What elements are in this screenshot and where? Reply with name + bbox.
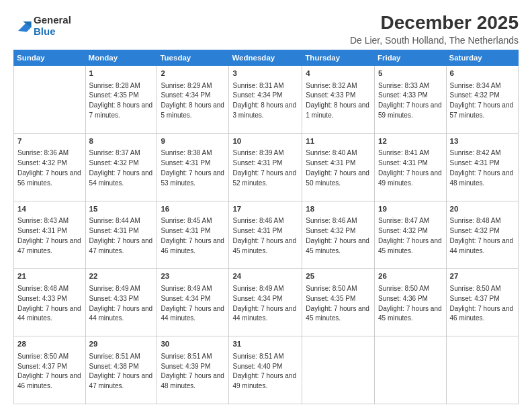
table-row: 30Sunrise: 8:51 AMSunset: 4:39 PMDayligh… [157, 336, 229, 404]
table-row: 18Sunrise: 8:46 AMSunset: 4:32 PMDayligh… [302, 201, 375, 269]
header-saturday: Saturday [446, 50, 518, 66]
cell-text: Sunrise: 8:31 AMSunset: 4:34 PMDaylight:… [232, 82, 296, 119]
day-number: 15 [89, 204, 154, 215]
day-number: 12 [378, 136, 443, 147]
table-row: 6Sunrise: 8:34 AMSunset: 4:32 PMDaylight… [446, 66, 518, 134]
cell-text: Sunrise: 8:50 AMSunset: 4:36 PMDaylight:… [378, 285, 442, 322]
header-monday: Monday [85, 50, 157, 66]
day-number: 16 [161, 204, 225, 215]
cell-text: Sunrise: 8:32 AMSunset: 4:33 PMDaylight:… [306, 82, 369, 119]
cell-text: Sunrise: 8:50 AMSunset: 4:37 PMDaylight:… [17, 353, 81, 390]
day-number: 24 [232, 271, 298, 282]
table-row: 13Sunrise: 8:42 AMSunset: 4:31 PMDayligh… [446, 133, 518, 201]
header-friday: Friday [375, 50, 447, 66]
table-row: 16Sunrise: 8:45 AMSunset: 4:31 PMDayligh… [157, 201, 229, 269]
cell-text: Sunrise: 8:46 AMSunset: 4:32 PMDaylight:… [306, 217, 369, 254]
cell-text: Sunrise: 8:36 AMSunset: 4:32 PMDaylight:… [17, 149, 81, 186]
day-number: 9 [161, 136, 225, 147]
table-row: 9Sunrise: 8:38 AMSunset: 4:31 PMDaylight… [157, 133, 229, 201]
day-number: 23 [161, 271, 225, 282]
table-row [302, 336, 375, 404]
table-row: 29Sunrise: 8:51 AMSunset: 4:38 PMDayligh… [85, 336, 157, 404]
day-number: 1 [89, 68, 154, 79]
cell-text: Sunrise: 8:51 AMSunset: 4:38 PMDaylight:… [89, 353, 153, 390]
header-wednesday: Wednesday [229, 50, 302, 66]
cell-text: Sunrise: 8:44 AMSunset: 4:31 PMDaylight:… [89, 217, 153, 254]
cell-text: Sunrise: 8:48 AMSunset: 4:32 PMDaylight:… [450, 217, 514, 254]
cell-text: Sunrise: 8:50 AMSunset: 4:35 PMDaylight:… [306, 285, 369, 322]
table-row: 15Sunrise: 8:44 AMSunset: 4:31 PMDayligh… [85, 201, 157, 269]
cell-text: Sunrise: 8:49 AMSunset: 4:34 PMDaylight:… [161, 285, 224, 322]
calendar-header-row: Sunday Monday Tuesday Wednesday Thursday… [14, 50, 519, 66]
day-number: 20 [450, 204, 515, 215]
table-row: 7Sunrise: 8:36 AMSunset: 4:32 PMDaylight… [14, 133, 86, 201]
day-number: 31 [232, 339, 298, 350]
table-row: 28Sunrise: 8:50 AMSunset: 4:37 PMDayligh… [14, 336, 86, 404]
day-number: 11 [306, 136, 371, 147]
cell-text: Sunrise: 8:33 AMSunset: 4:33 PMDaylight:… [378, 82, 442, 119]
table-row: 17Sunrise: 8:46 AMSunset: 4:31 PMDayligh… [229, 201, 302, 269]
cell-text: Sunrise: 8:51 AMSunset: 4:40 PMDaylight:… [232, 353, 296, 390]
day-number: 28 [17, 339, 82, 350]
cell-text: Sunrise: 8:29 AMSunset: 4:34 PMDaylight:… [161, 82, 224, 119]
table-row: 11Sunrise: 8:40 AMSunset: 4:31 PMDayligh… [302, 133, 375, 201]
subtitle: De Lier, South Holland, The Netherlands [350, 35, 519, 46]
table-row: 4Sunrise: 8:32 AMSunset: 4:33 PMDaylight… [302, 66, 375, 134]
day-number: 27 [450, 271, 515, 282]
table-row: 5Sunrise: 8:33 AMSunset: 4:33 PMDaylight… [375, 66, 447, 134]
cell-text: Sunrise: 8:28 AMSunset: 4:35 PMDaylight:… [89, 82, 153, 119]
day-number: 29 [89, 339, 154, 350]
calendar-week-4: 21Sunrise: 8:48 AMSunset: 4:33 PMDayligh… [14, 269, 519, 336]
logo-text: General Blue [34, 15, 71, 37]
day-number: 13 [450, 136, 515, 147]
cell-text: Sunrise: 8:39 AMSunset: 4:31 PMDaylight:… [232, 149, 296, 186]
table-row: 19Sunrise: 8:47 AMSunset: 4:32 PMDayligh… [375, 201, 447, 269]
table-row [375, 336, 447, 404]
calendar-week-2: 7Sunrise: 8:36 AMSunset: 4:32 PMDaylight… [14, 133, 519, 201]
table-row: 24Sunrise: 8:49 AMSunset: 4:34 PMDayligh… [229, 269, 302, 336]
logo-icon [13, 17, 32, 36]
day-number: 6 [450, 68, 515, 79]
table-row: 14Sunrise: 8:43 AMSunset: 4:31 PMDayligh… [14, 201, 86, 269]
day-number: 5 [378, 68, 443, 79]
table-row: 27Sunrise: 8:50 AMSunset: 4:37 PMDayligh… [446, 269, 518, 336]
table-row: 25Sunrise: 8:50 AMSunset: 4:35 PMDayligh… [302, 269, 375, 336]
table-row: 31Sunrise: 8:51 AMSunset: 4:40 PMDayligh… [229, 336, 302, 404]
cell-text: Sunrise: 8:50 AMSunset: 4:37 PMDaylight:… [450, 285, 514, 322]
table-row: 10Sunrise: 8:39 AMSunset: 4:31 PMDayligh… [229, 133, 302, 201]
cell-text: Sunrise: 8:47 AMSunset: 4:32 PMDaylight:… [378, 217, 442, 254]
table-row: 1Sunrise: 8:28 AMSunset: 4:35 PMDaylight… [85, 66, 157, 134]
day-number: 7 [17, 136, 82, 147]
day-number: 18 [306, 204, 371, 215]
header: General Blue December 2025 De Lier, Sout… [13, 12, 519, 46]
cell-text: Sunrise: 8:51 AMSunset: 4:39 PMDaylight:… [161, 353, 224, 390]
day-number: 26 [378, 271, 443, 282]
table-row: 3Sunrise: 8:31 AMSunset: 4:34 PMDaylight… [229, 66, 302, 134]
logo-general-text: General [34, 15, 71, 26]
table-row [446, 336, 518, 404]
table-row: 26Sunrise: 8:50 AMSunset: 4:36 PMDayligh… [375, 269, 447, 336]
title-block: December 2025 De Lier, South Holland, Th… [350, 12, 519, 46]
table-row: 20Sunrise: 8:48 AMSunset: 4:32 PMDayligh… [446, 201, 518, 269]
header-thursday: Thursday [302, 50, 375, 66]
day-number: 21 [17, 271, 82, 282]
day-number: 2 [161, 68, 225, 79]
page: General Blue December 2025 De Lier, Sout… [0, 0, 532, 411]
table-row: 12Sunrise: 8:41 AMSunset: 4:31 PMDayligh… [375, 133, 447, 201]
calendar-week-1: 1Sunrise: 8:28 AMSunset: 4:35 PMDaylight… [14, 66, 519, 134]
cell-text: Sunrise: 8:46 AMSunset: 4:31 PMDaylight:… [232, 217, 296, 254]
day-number: 14 [17, 204, 82, 215]
calendar-week-5: 28Sunrise: 8:50 AMSunset: 4:37 PMDayligh… [14, 336, 519, 404]
cell-text: Sunrise: 8:37 AMSunset: 4:32 PMDaylight:… [89, 149, 153, 186]
calendar-week-3: 14Sunrise: 8:43 AMSunset: 4:31 PMDayligh… [14, 201, 519, 269]
day-number: 8 [89, 136, 154, 147]
day-number: 17 [232, 204, 298, 215]
cell-text: Sunrise: 8:40 AMSunset: 4:31 PMDaylight:… [306, 149, 369, 186]
cell-text: Sunrise: 8:45 AMSunset: 4:31 PMDaylight:… [161, 217, 224, 254]
cell-text: Sunrise: 8:48 AMSunset: 4:33 PMDaylight:… [17, 285, 81, 322]
header-tuesday: Tuesday [157, 50, 229, 66]
day-number: 19 [378, 204, 443, 215]
cell-text: Sunrise: 8:38 AMSunset: 4:31 PMDaylight:… [161, 149, 224, 186]
day-number: 4 [306, 68, 371, 79]
cell-text: Sunrise: 8:49 AMSunset: 4:34 PMDaylight:… [232, 285, 296, 322]
